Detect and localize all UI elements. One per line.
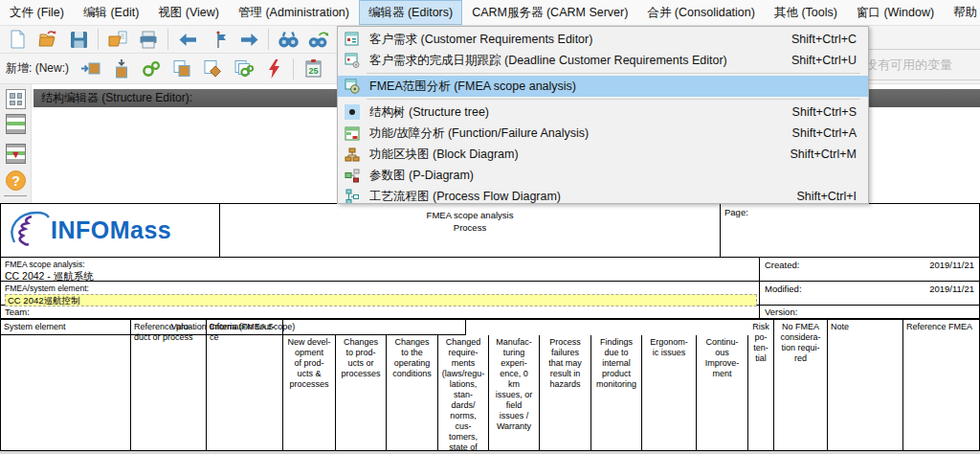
toolbar-separator [293,58,294,79]
menu-item-customer-requirements[interactable]: 客户需求 (Customer Requirements Editor) Shif… [338,29,868,50]
import-list-icon[interactable]: ▼ [6,144,26,164]
new-failure-icon[interactable] [260,57,287,81]
menu-item-label: 参数图 (P-Diagram) [369,168,857,184]
print-icon[interactable] [135,27,162,52]
menu-item-structure-tree[interactable]: 结构树 (Structure tree) Shift+Ctrl+S [338,102,868,123]
structure-editor-title: 结构编辑器 (Structure Editor): [41,90,192,106]
col-risk-potential: Risk po- ten- tial [748,320,774,450]
paste-special-icon[interactable] [199,57,226,81]
col-changes-products: Changes to prod- ucts or processes [336,335,387,450]
open-file-icon[interactable] [104,27,131,52]
menu-item-block-diagram[interactable]: 功能区块图 (Block Diagram) Shift+Ctrl+M [338,144,868,165]
menu-bar: 文件 (File) 编辑 (Edit) 视图 (View) 管理 (Admini… [0,0,980,26]
svg-text:25: 25 [308,66,318,76]
menu-separator [367,99,860,100]
menu-item-shortcut: Shift+Ctrl+A [792,126,864,140]
deadline-calendar-icon[interactable]: 25 [300,57,326,81]
col-reference-fmea: Reference FMEA [903,320,979,450]
fmea-scope-icon [344,79,361,95]
menu-item-fmea-scope-analysis[interactable]: FMEA范围分析 (FMEA scope analysis) [338,76,868,97]
application-window: 文件 (File) 编辑 (Edit) 视图 (View) 管理 (Admini… [0,0,980,454]
system-element-label: FMEA/system element: [5,284,755,293]
version-label: Version: [765,306,797,317]
copy-functions-icon[interactable] [230,57,256,81]
col-ergonomic-issues: Ergonom- ic issues [642,335,697,450]
menu-file[interactable]: 文件 (File) [0,0,74,25]
menu-item-function-failure-analysis[interactable]: 功能/故障分析 (Function/Failure Analysis) Shif… [338,123,868,144]
insert-sub-element-icon[interactable] [107,57,134,81]
page-label: Page: [724,207,748,217]
search-next-icon[interactable] [305,27,332,52]
back-arrow-icon[interactable] [174,27,201,52]
toolbar-separator [167,29,168,50]
col-information-source: Information sour- ce [207,320,283,450]
modified-value: 2019/11/21 [929,284,974,303]
logo-cell: INFOMass [1,204,220,258]
insert-element-icon[interactable] [77,57,103,81]
menu-carm-server[interactable]: CARM服务器 (CARM Server) [462,0,637,25]
form-title: FMEA scope analysis [220,209,720,221]
menu-view[interactable]: 视图 (View) [148,0,229,25]
open-icon[interactable] [34,27,61,52]
system-element-cell: FMEA/system element: CC 2042巡航控制 [1,282,760,306]
search-icon[interactable] [275,27,301,52]
editor-sidebar: ▼ ? [0,84,32,203]
menu-editors[interactable]: 编辑器 (Editors) [359,0,462,25]
save-icon[interactable] [65,27,92,52]
menu-item-label: FMEA范围分析 (FMEA scope analysis) [369,79,857,95]
sidebar-divider [4,195,27,196]
menu-tools[interactable]: 其他 (Tools) [765,0,847,25]
menu-help[interactable]: 帮助 (Help) [944,0,980,25]
menu-item-shortcut: Shift+Ctrl+I [796,190,864,203]
col-manufacturing-experience: Manufac- turing experi- ence, 0 km issue… [489,335,540,450]
toolbar-separator [268,29,269,50]
copy-structure-icon[interactable] [168,57,195,81]
col-reference-product: Reference pro- duct or process [131,320,207,450]
process-flow-icon [344,189,361,205]
modified-cell: Modified: 2019/11/21 [760,282,979,306]
menu-consolidation[interactable]: 合并 (Consolidation) [637,0,765,25]
help-icon[interactable]: ? [6,170,26,191]
fmea-scope-form: INFOMass FMEA scope analysis Process Pag… [0,203,980,451]
menu-edit[interactable]: 编辑 (Edit) [74,0,148,25]
new-function-icon[interactable] [138,57,165,81]
menu-item-shortcut: Shift+Ctrl+S [792,105,864,119]
toolbar-separator [98,29,99,50]
menu-item-process-flow-diagram[interactable]: 工艺流程图 (Process Flow Diagram) Shift+Ctrl+… [338,186,868,204]
col-findings-monitoring: Findings due to internal product monitor… [591,335,642,450]
menu-item-shortcut: Shift+Ctrl+M [791,148,864,161]
menu-item-label: 客户需求的完成日期跟踪 (Deadline Customer Requireme… [369,53,791,69]
col-no-fmea-consideration: No FMEA considera- tion requi- red [774,320,828,450]
menu-item-label: 功能区块图 (Block Diagram) [369,147,791,163]
forward-arrow-icon[interactable] [235,27,262,52]
version-cell: Version: [760,306,979,319]
page-cell: Page: [721,204,979,258]
col-system-element: System element [1,320,131,450]
grid-view-icon[interactable] [6,89,26,109]
no-variables-text: 没有可用的变量 [869,57,952,74]
menu-item-shortcut: Shift+Ctrl+C [791,33,864,46]
new-label: 新增: (New:) [6,60,69,77]
menu-item-label: 功能/故障分析 (Function/Failure Analysis) [369,125,792,142]
new-document-icon[interactable] [4,27,31,52]
p-diagram-icon [344,168,361,184]
list-view-icon[interactable] [6,114,26,134]
col-continuous-improvement: Continu- ous Improve- ment [697,335,748,450]
col-changes-operating: Changes to the operating conditions [387,335,438,450]
col-process-failures: Process failures that may result in haza… [540,335,591,450]
scope-analysis-cell: FMEA scope analysis: CC 2042 - 巡航系统 [1,258,760,282]
scope-table-header: System element Reference pro- duct or pr… [1,319,979,450]
bookmark-flag-icon[interactable] [205,27,232,52]
menu-window[interactable]: 窗口 (Window) [847,0,944,25]
team-cell: Team: [1,306,760,319]
brand-text: INFOMass [51,216,171,244]
infomass-logo-mark [5,208,51,254]
menu-item-p-diagram[interactable]: 参数图 (P-Diagram) [338,165,868,186]
created-cell: Created: 2019/11/21 [760,258,979,282]
menu-administration[interactable]: 管理 (Administration) [229,0,359,25]
menu-item-label: 工艺流程图 (Process Flow Diagram) [369,189,796,205]
created-value: 2019/11/21 [929,260,974,279]
form-title-cell: FMEA scope analysis Process [220,204,721,258]
menu-separator [367,73,860,74]
menu-item-deadline-customer-requirements[interactable]: 客户需求的完成日期跟踪 (Deadline Customer Requireme… [338,50,868,71]
